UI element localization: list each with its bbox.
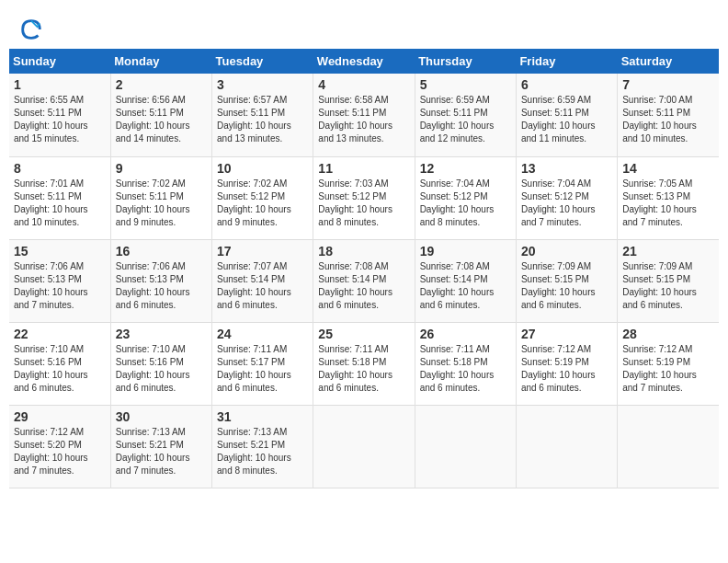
day-info: Sunrise: 7:05 AM Sunset: 5:13 PM Dayligh…	[622, 178, 714, 229]
sunset-label: Sunset: 5:11 PM	[14, 108, 82, 118]
sunrise-label: Sunrise: 6:57 AM	[217, 95, 287, 105]
daylight-label: Daylight: 10 hours and 8 minutes.	[318, 204, 392, 227]
calendar-day-cell: 19 Sunrise: 7:08 AM Sunset: 5:14 PM Dayl…	[415, 239, 516, 322]
sunrise-label: Sunrise: 7:02 AM	[116, 178, 186, 189]
sunset-label: Sunset: 5:13 PM	[14, 274, 82, 284]
sunrise-label: Sunrise: 7:09 AM	[521, 261, 591, 271]
logo-icon	[18, 17, 44, 42]
sunrise-label: Sunrise: 7:09 AM	[622, 261, 692, 271]
day-info: Sunrise: 7:08 AM Sunset: 5:14 PM Dayligh…	[318, 260, 409, 312]
day-number: 17	[217, 244, 308, 259]
daylight-label: Daylight: 10 hours and 6 minutes.	[521, 370, 596, 393]
day-number: 27	[521, 327, 612, 341]
day-number: 9	[116, 161, 207, 176]
calendar-day-cell: 31 Sunrise: 7:13 AM Sunset: 5:21 PM Dayl…	[212, 405, 313, 488]
calendar-day-cell: 4 Sunrise: 6:58 AM Sunset: 5:11 PM Dayli…	[313, 74, 415, 156]
sunset-label: Sunset: 5:12 PM	[521, 191, 589, 201]
daylight-label: Daylight: 10 hours and 7 minutes.	[14, 453, 88, 476]
daylight-label: Daylight: 10 hours and 10 minutes.	[622, 121, 697, 144]
day-info: Sunrise: 7:04 AM Sunset: 5:12 PM Dayligh…	[521, 178, 612, 229]
calendar-day-cell: 1 Sunrise: 6:55 AM Sunset: 5:11 PM Dayli…	[9, 74, 110, 156]
calendar-day-cell: 30 Sunrise: 7:13 AM Sunset: 5:21 PM Dayl…	[110, 405, 211, 488]
daylight-label: Daylight: 10 hours and 9 minutes.	[217, 204, 291, 227]
daylight-label: Daylight: 10 hours and 6 minutes.	[521, 287, 596, 310]
day-info: Sunrise: 7:11 AM Sunset: 5:18 PM Dayligh…	[318, 343, 409, 395]
weekday-cell: Sunday	[9, 49, 110, 74]
daylight-label: Daylight: 10 hours and 7 minutes.	[622, 204, 697, 227]
calendar-day-cell	[516, 405, 617, 488]
day-info: Sunrise: 7:06 AM Sunset: 5:13 PM Dayligh…	[116, 260, 207, 312]
calendar-day-cell: 6 Sunrise: 6:59 AM Sunset: 5:11 PM Dayli…	[516, 74, 617, 156]
calendar-day-cell: 24 Sunrise: 7:11 AM Sunset: 5:17 PM Dayl…	[212, 322, 313, 405]
day-number: 23	[116, 327, 207, 341]
daylight-label: Daylight: 10 hours and 6 minutes.	[622, 287, 697, 310]
sunset-label: Sunset: 5:11 PM	[420, 108, 488, 118]
sunrise-label: Sunrise: 7:07 AM	[217, 261, 287, 271]
calendar-week-row: 1 Sunrise: 6:55 AM Sunset: 5:11 PM Dayli…	[9, 74, 719, 156]
calendar-day-cell: 3 Sunrise: 6:57 AM Sunset: 5:11 PM Dayli…	[212, 74, 313, 156]
weekday-cell: Tuesday	[212, 49, 313, 74]
sunset-label: Sunset: 5:12 PM	[318, 191, 386, 201]
page-header	[9, 9, 719, 49]
sunrise-label: Sunrise: 7:03 AM	[318, 178, 388, 189]
day-number: 15	[14, 244, 106, 259]
sunrise-label: Sunrise: 7:04 AM	[420, 178, 490, 189]
day-info: Sunrise: 7:03 AM Sunset: 5:12 PM Dayligh…	[318, 178, 409, 229]
sunrise-label: Sunrise: 7:00 AM	[622, 95, 692, 105]
day-info: Sunrise: 6:57 AM Sunset: 5:11 PM Dayligh…	[217, 94, 308, 145]
day-number: 12	[420, 161, 511, 176]
daylight-label: Daylight: 10 hours and 7 minutes.	[622, 370, 697, 393]
calendar-day-cell: 8 Sunrise: 7:01 AM Sunset: 5:11 PM Dayli…	[9, 156, 110, 239]
calendar-table: SundayMondayTuesdayWednesdayThursdayFrid…	[9, 49, 719, 488]
sunset-label: Sunset: 5:11 PM	[14, 191, 82, 201]
daylight-label: Daylight: 10 hours and 6 minutes.	[217, 370, 291, 393]
sunrise-label: Sunrise: 7:04 AM	[521, 178, 591, 189]
day-number: 8	[14, 161, 106, 176]
daylight-label: Daylight: 10 hours and 8 minutes.	[420, 204, 495, 227]
daylight-label: Daylight: 10 hours and 12 minutes.	[420, 121, 495, 144]
sunset-label: Sunset: 5:21 PM	[217, 440, 285, 450]
day-number: 26	[420, 327, 511, 341]
sunset-label: Sunset: 5:14 PM	[217, 274, 285, 284]
sunset-label: Sunset: 5:19 PM	[622, 357, 690, 367]
calendar-day-cell: 13 Sunrise: 7:04 AM Sunset: 5:12 PM Dayl…	[516, 156, 617, 239]
day-info: Sunrise: 6:59 AM Sunset: 5:11 PM Dayligh…	[420, 94, 511, 145]
day-number: 22	[14, 327, 106, 341]
daylight-label: Daylight: 10 hours and 14 minutes.	[116, 121, 190, 144]
sunset-label: Sunset: 5:14 PM	[318, 274, 386, 284]
day-info: Sunrise: 7:11 AM Sunset: 5:17 PM Dayligh…	[217, 343, 308, 395]
calendar-day-cell: 11 Sunrise: 7:03 AM Sunset: 5:12 PM Dayl…	[313, 156, 415, 239]
calendar-day-cell: 26 Sunrise: 7:11 AM Sunset: 5:18 PM Dayl…	[415, 322, 516, 405]
sunrise-label: Sunrise: 6:55 AM	[14, 95, 84, 105]
weekday-cell: Thursday	[415, 49, 516, 74]
calendar-day-cell: 9 Sunrise: 7:02 AM Sunset: 5:11 PM Dayli…	[110, 156, 211, 239]
sunrise-label: Sunrise: 7:12 AM	[521, 344, 591, 354]
daylight-label: Daylight: 10 hours and 6 minutes.	[420, 370, 495, 393]
sunrise-label: Sunrise: 6:58 AM	[318, 95, 388, 105]
weekday-cell: Wednesday	[313, 49, 415, 74]
calendar-day-cell	[313, 405, 415, 488]
sunrise-label: Sunrise: 7:08 AM	[318, 261, 388, 271]
calendar-day-cell: 2 Sunrise: 6:56 AM Sunset: 5:11 PM Dayli…	[110, 74, 211, 156]
sunset-label: Sunset: 5:14 PM	[420, 274, 488, 284]
sunset-label: Sunset: 5:21 PM	[116, 440, 184, 450]
calendar-day-cell: 23 Sunrise: 7:10 AM Sunset: 5:16 PM Dayl…	[110, 322, 211, 405]
sunrise-label: Sunrise: 7:13 AM	[116, 427, 186, 437]
sunset-label: Sunset: 5:20 PM	[14, 440, 82, 450]
calendar-day-cell: 7 Sunrise: 7:00 AM Sunset: 5:11 PM Dayli…	[618, 74, 719, 156]
calendar-body: 1 Sunrise: 6:55 AM Sunset: 5:11 PM Dayli…	[9, 74, 719, 488]
sunrise-label: Sunrise: 7:13 AM	[217, 427, 287, 437]
daylight-label: Daylight: 10 hours and 6 minutes.	[217, 287, 291, 310]
calendar-day-cell: 25 Sunrise: 7:11 AM Sunset: 5:18 PM Dayl…	[313, 322, 415, 405]
sunrise-label: Sunrise: 7:10 AM	[14, 344, 84, 354]
day-number: 6	[521, 77, 612, 92]
sunrise-label: Sunrise: 7:12 AM	[14, 427, 84, 437]
day-number: 2	[116, 77, 207, 92]
calendar-day-cell: 22 Sunrise: 7:10 AM Sunset: 5:16 PM Dayl…	[9, 322, 110, 405]
sunset-label: Sunset: 5:13 PM	[622, 191, 690, 201]
day-info: Sunrise: 7:13 AM Sunset: 5:21 PM Dayligh…	[217, 426, 308, 477]
weekday-cell: Friday	[516, 49, 617, 74]
daylight-label: Daylight: 10 hours and 7 minutes.	[14, 287, 88, 310]
calendar-day-cell: 15 Sunrise: 7:06 AM Sunset: 5:13 PM Dayl…	[9, 239, 110, 322]
day-number: 18	[318, 244, 409, 259]
